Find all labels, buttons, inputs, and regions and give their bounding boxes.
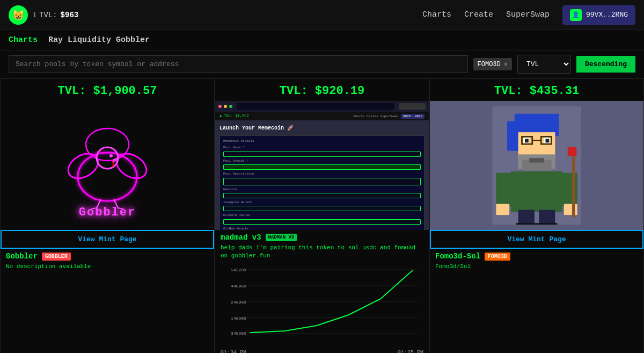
mock-github-label: GitHub Handle	[223, 227, 421, 230]
svg-rect-38	[511, 171, 562, 212]
wallet-icon: 👤	[570, 9, 582, 21]
browser-controls	[399, 103, 426, 110]
gobbler-artwork: Gobbler	[1, 101, 214, 230]
pool-desc-fomo3d: Fomo3d/Sol	[435, 263, 638, 271]
top-nav: 😸 ℹ TVL: $963 Charts Create SuperSwap 👤 …	[0, 0, 644, 30]
pool-grid: TVL: $1,900.57	[0, 78, 644, 353]
svg-rect-26	[511, 136, 518, 151]
mock-pool-symbol-label: Pool Symbol *	[223, 159, 421, 163]
search-bar: FOMO3D ✕ TVL Descending	[0, 51, 644, 78]
view-mint-button-gobbler[interactable]: View Mint Page	[1, 230, 214, 249]
svg-rect-41	[496, 204, 509, 215]
svg-point-5	[109, 154, 113, 157]
svg-point-3	[86, 128, 129, 161]
subnav-charts[interactable]: Charts	[9, 35, 38, 45]
mock-pool-name-label: Pool Name *	[223, 146, 421, 150]
mock-website-field	[223, 193, 421, 198]
nav-left: 😸 ℹ TVL: $963	[9, 5, 78, 25]
info-icon[interactable]: ℹ	[33, 11, 36, 19]
pool-image-gobbler: Gobbler	[1, 101, 214, 230]
logo-icon: 😸	[9, 5, 28, 25]
nav-create[interactable]: Create	[464, 10, 493, 19]
mock-nav-row: ● TVL: $1,352 Charts Create SuperSwap 99…	[215, 112, 429, 120]
pixel-art	[430, 101, 643, 230]
pool-tag-gobbler: GOBBLER	[42, 253, 71, 261]
mid-card-browser: ● TVL: $1,352 Charts Create SuperSwap 99…	[215, 101, 429, 230]
mid-meta: madmad v3 MADMAN V3 help dads I'm pairin…	[215, 230, 429, 264]
chart-svg-wrap: 542200 440900 240900 140900 340900	[215, 264, 429, 350]
svg-rect-45	[518, 210, 535, 225]
pool-tvl-fomo3d: TVL: $435.31	[430, 79, 643, 101]
mock-pool-name-field	[223, 152, 421, 157]
mock-telegram-field	[223, 206, 421, 211]
svg-text:340900: 340900	[231, 331, 246, 336]
close-icon[interactable]: ✕	[504, 60, 508, 68]
tvl-badge: ℹ TVL: $963	[33, 11, 78, 19]
pool-card-madmad: TVL: $920.19 ● TVL: $1,352 Charts Create…	[215, 78, 429, 353]
browser-bar	[215, 101, 429, 112]
pool-tag-fomo3d: FOMO3D	[485, 253, 510, 261]
pool-card-gobbler: TVL: $1,900.57	[0, 78, 215, 353]
pool-image-madmad: ● TVL: $1,352 Charts Create SuperSwap 99…	[215, 101, 429, 230]
madman-tag: MADMAN V3	[266, 234, 297, 241]
pool-tvl-gobbler: TVL: $1,900.57	[1, 79, 214, 101]
svg-line-11	[118, 208, 123, 209]
mock-form-title: Launch Your Memecoin 🚀	[219, 125, 425, 132]
mock-browser: ● TVL: $1,352 Charts Create SuperSwap 99…	[215, 101, 429, 230]
svg-line-9	[91, 208, 97, 209]
svg-text:140900: 140900	[231, 316, 246, 321]
nav-right: Charts Create SuperSwap 👤 99VX..2RNG	[422, 5, 635, 25]
subnav-ray-liquidity[interactable]: Ray Liquidity Gobbler	[48, 35, 150, 45]
chart-x-labels: 01:34 PM 01:35 PM	[215, 350, 429, 353]
nav-charts[interactable]: Charts	[422, 10, 451, 19]
sort-direction-button[interactable]: Descending	[576, 56, 635, 73]
pool-name-fomo3d: Fomo3d-Sol	[435, 252, 480, 261]
pool-name-gobbler: Gobbler	[6, 252, 38, 261]
mock-wallet-mini: 99VX..2RNG	[401, 114, 425, 119]
svg-rect-43	[572, 151, 575, 218]
svg-rect-31	[546, 139, 550, 143]
svg-rect-48	[537, 223, 558, 225]
filter-tag-fomo3d[interactable]: FOMO3D ✕	[473, 58, 512, 70]
view-mint-button-fomo3d[interactable]: View Mint Page	[430, 230, 643, 249]
mock-memecoin-details: Memecoin Details	[223, 139, 421, 143]
mock-pool-desc-field	[223, 178, 421, 185]
mock-telegram-label: Telegram Handle	[223, 200, 421, 205]
tvl-label: TVL:	[39, 11, 57, 19]
svg-rect-30	[525, 139, 529, 143]
mock-discord-label: Discord Handle	[223, 213, 421, 218]
pixel-character-svg	[488, 106, 585, 225]
turkey-svg	[54, 112, 161, 209]
svg-text:440900: 440900	[231, 284, 246, 289]
chart-x-label-end: 01:35 PM	[398, 350, 423, 353]
sub-nav: Charts Ray Liquidity Gobbler	[0, 30, 644, 51]
chart-x-label-start: 01:34 PM	[221, 350, 246, 353]
svg-rect-39	[496, 173, 511, 206]
pool-meta-fomo3d: Fomo3d-Sol FOMO3D Fomo3d/Sol	[430, 249, 643, 274]
browser-dot-red	[218, 105, 222, 108]
svg-rect-44	[568, 147, 577, 156]
svg-text:240900: 240900	[231, 300, 246, 305]
pool-meta-gobbler: Gobbler GOBBLER No description available	[1, 249, 214, 274]
sort-select[interactable]: TVL	[517, 55, 571, 74]
svg-point-4	[97, 147, 118, 169]
pool-desc-gobbler: No description available	[6, 263, 209, 271]
svg-rect-47	[516, 223, 537, 225]
pool-image-fomo3d	[430, 101, 643, 230]
wallet-address: 99VX..2RNG	[586, 11, 628, 19]
search-input[interactable]	[9, 55, 468, 73]
wallet-button[interactable]: 👤 99VX..2RNG	[562, 5, 635, 25]
browser-dot-yellow	[224, 105, 227, 108]
mock-nav-links: Charts Create SuperSwap	[353, 114, 398, 118]
mock-form-panel: Memecoin Details Pool Name * Pool Symbol…	[219, 135, 425, 230]
mock-form-content: Launch Your Memecoin 🚀 Memecoin Details …	[215, 120, 429, 230]
pool-card-fomo3d: TVL: $435.31	[429, 78, 644, 353]
nav-superswap[interactable]: SuperSwap	[506, 10, 550, 19]
mock-website-label: Website	[223, 188, 421, 192]
svg-rect-42	[564, 204, 577, 215]
svg-rect-37	[529, 158, 544, 162]
mock-pool-desc-label: Pool Description	[223, 172, 421, 176]
pool-tvl-madmad: TVL: $920.19	[215, 79, 429, 101]
svg-rect-46	[539, 210, 555, 225]
tvl-value: $963	[61, 11, 79, 19]
